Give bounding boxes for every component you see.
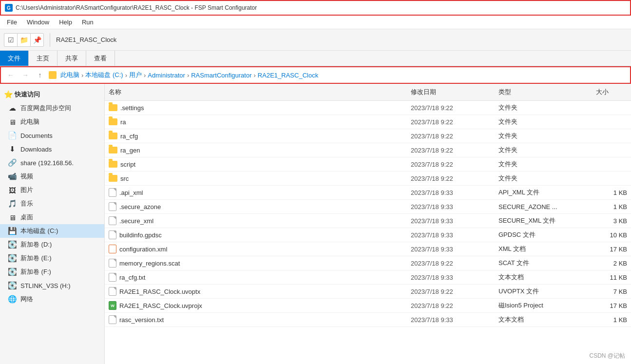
sidebar-item-documents[interactable]: 📄 Documents (0, 129, 104, 142)
file-date-cell: 2023/7/18 9:33 (407, 243, 495, 255)
disk-c-icon: 💾 (8, 227, 17, 235)
back-button[interactable]: ← (5, 69, 17, 81)
tab-share[interactable]: 共享 (57, 51, 86, 66)
sidebar-label-stlink: STLINK_V3S (H:) (20, 282, 71, 289)
table-row[interactable]: script 2023/7/18 9:22 文件夹 (105, 157, 631, 172)
file-name-cell: ra_gen (105, 144, 407, 156)
network-icon: 🌐 (8, 295, 17, 304)
sidebar-item-share[interactable]: 🔗 share (192.168.56. (0, 156, 104, 170)
checkbox-btn[interactable]: ☑ (4, 33, 18, 47)
sidebar-label-baidu: 百度网盘同步空间 (20, 104, 71, 113)
forward-button[interactable]: → (19, 69, 31, 81)
menu-window[interactable]: Window (22, 17, 54, 28)
cloud-icon: ☁ (8, 104, 17, 113)
folder-icon (109, 133, 117, 139)
file-icon (109, 202, 116, 211)
sidebar-item-video[interactable]: 📹 视频 (0, 170, 104, 183)
disk-f-icon: 💽 (8, 268, 17, 276)
file-date-cell: 2023/7/18 9:22 (407, 144, 495, 156)
window-toolbar: ☑ 📁 📌 RA2E1_RASC_Clock (0, 29, 631, 51)
table-row[interactable]: .api_xml 2023/7/18 9:33 API_XML 文件 1 KB (105, 186, 631, 200)
file-name-cell: .secure_azone (105, 200, 407, 213)
sidebar-item-network[interactable]: 🌐 网络 (0, 292, 104, 306)
sidebar-label-share: share (192.168.56. (20, 159, 74, 167)
path-this-pc[interactable]: 此电脑 (60, 71, 79, 79)
file-name-cell: script (105, 158, 407, 171)
table-row[interactable]: ra_cfg.txt 2023/7/18 9:33 文本文档 11 KB (105, 270, 631, 285)
tab-file[interactable]: 文件 (0, 51, 29, 66)
path-local-disk[interactable]: 本地磁盘 (C:) (85, 71, 123, 79)
sidebar-label-disk-d: 新加卷 (D:) (20, 240, 52, 249)
path-administrator[interactable]: Administrator (148, 72, 185, 79)
sidebar-item-disk-d[interactable]: 💽 新加卷 (D:) (0, 238, 104, 251)
pin-btn[interactable]: 📌 (30, 33, 44, 47)
file-type-cell: 文本文档 (495, 313, 592, 326)
sidebar-label-video: 视频 (20, 172, 33, 181)
file-type-cell: 文件夹 (495, 101, 592, 115)
file-icon (109, 315, 116, 324)
up-button[interactable]: ↑ (34, 69, 46, 81)
table-row[interactable]: WRA2E1_RASC_Clock.uvprojx 2023/7/18 9:22… (105, 299, 631, 313)
table-row[interactable]: rasc_version.txt 2023/7/18 9:33 文本文档 1 K… (105, 313, 631, 327)
table-row[interactable]: ra_cfg 2023/7/18 9:22 文件夹 (105, 129, 631, 143)
table-row[interactable]: src 2023/7/18 9:22 文件夹 (105, 172, 631, 186)
file-type-cell: XML 文档 (495, 242, 592, 256)
folder-title: RA2E1_RASC_Clock (56, 36, 116, 43)
sidebar-item-downloads[interactable]: ⬇ Downloads (0, 142, 104, 156)
folder-icon (109, 104, 117, 111)
file-type-cell: UVOPTX 文件 (495, 285, 592, 298)
file-rows-container: .settings 2023/7/18 9:22 文件夹 ra 2023/7/1… (105, 101, 631, 327)
sidebar-label-desktop: 桌面 (20, 213, 33, 222)
music-icon: 🎵 (8, 199, 17, 208)
tab-home[interactable]: 主页 (29, 51, 57, 66)
tab-view[interactable]: 查看 (86, 51, 115, 66)
file-name-cell: rasc_version.txt (105, 313, 407, 326)
path-project[interactable]: RA2E1_RASC_Clock (258, 72, 318, 79)
menu-help[interactable]: Help (54, 17, 77, 28)
file-date-cell: 2023/7/18 9:33 (407, 229, 495, 241)
sidebar-item-stlink[interactable]: 💽 STLINK_V3S (H:) (0, 279, 104, 292)
table-row[interactable]: configuration.xml 2023/7/18 9:33 XML 文档 … (105, 242, 631, 256)
file-name-cell: .secure_xml (105, 214, 407, 228)
table-row[interactable]: RA2E1_RASC_Clock.uvoptx 2023/7/18 9:22 U… (105, 285, 631, 299)
header-size[interactable]: 大小 (592, 86, 631, 98)
table-row[interactable]: ra_gen 2023/7/18 9:22 文件夹 (105, 143, 631, 157)
sidebar-item-disk-f[interactable]: 💽 新加卷 (F:) (0, 265, 104, 279)
header-type[interactable]: 类型 (495, 86, 592, 98)
folder-btn[interactable]: 📁 (17, 33, 31, 47)
menu-run[interactable]: Run (77, 17, 98, 28)
folder-icon (109, 118, 117, 125)
file-date-cell: 2023/7/18 9:22 (407, 300, 495, 312)
file-date-cell: 2023/7/18 9:22 (407, 286, 495, 298)
header-date[interactable]: 修改日期 (407, 86, 495, 98)
file-type-cell: SCAT 文件 (495, 256, 592, 270)
sidebar-item-music[interactable]: 🎵 音乐 (0, 197, 104, 211)
file-name-cell: ra (105, 116, 407, 128)
path-rasmartconfigurator[interactable]: RASmartConfigurator (191, 72, 251, 79)
address-path[interactable]: 此电脑 › 本地磁盘 (C:) › 用户 › Administrator › R… (60, 71, 626, 79)
file-date-cell: 2023/7/18 9:33 (407, 201, 495, 213)
header-name[interactable]: 名称 (105, 86, 407, 98)
sidebar-quick-access-header[interactable]: ⭐ 快速访问 (0, 88, 104, 101)
table-row[interactable]: buildinfo.gpdsc 2023/7/18 9:33 GPDSC 文件 … (105, 228, 631, 242)
file-name-cell: .api_xml (105, 186, 407, 199)
file-size-cell: 1 KB (592, 187, 631, 199)
table-row[interactable]: .secure_azone 2023/7/18 9:33 SECURE_AZON… (105, 200, 631, 214)
menu-file[interactable]: File (2, 17, 22, 28)
file-name-cell: src (105, 172, 407, 185)
file-type-cell: 文件夹 (495, 143, 592, 157)
sidebar-item-pictures[interactable]: 🖼 图片 (0, 183, 104, 197)
sidebar-item-desktop[interactable]: 🖥 桌面 (0, 211, 104, 224)
table-row[interactable]: memory_regions.scat 2023/7/18 9:22 SCAT … (105, 256, 631, 270)
disk-d-icon: 💽 (8, 240, 17, 249)
table-row[interactable]: ra 2023/7/18 9:22 文件夹 (105, 115, 631, 129)
table-row[interactable]: .settings 2023/7/18 9:22 文件夹 (105, 101, 631, 115)
path-users[interactable]: 用户 (129, 71, 142, 79)
file-name-cell: memory_regions.scat (105, 256, 407, 270)
table-row[interactable]: .secure_xml 2023/7/18 9:33 SECURE_XML 文件… (105, 214, 631, 228)
sidebar-item-local-disk[interactable]: 💾 本地磁盘 (C:) (0, 224, 104, 238)
sidebar-item-baidu[interactable]: ☁ 百度网盘同步空间 (0, 101, 104, 115)
file-date-cell: 2023/7/18 9:33 (407, 314, 495, 326)
sidebar-item-disk-e[interactable]: 💽 新加卷 (E:) (0, 251, 104, 265)
sidebar-item-thispc[interactable]: 🖥 此电脑 (0, 115, 104, 129)
